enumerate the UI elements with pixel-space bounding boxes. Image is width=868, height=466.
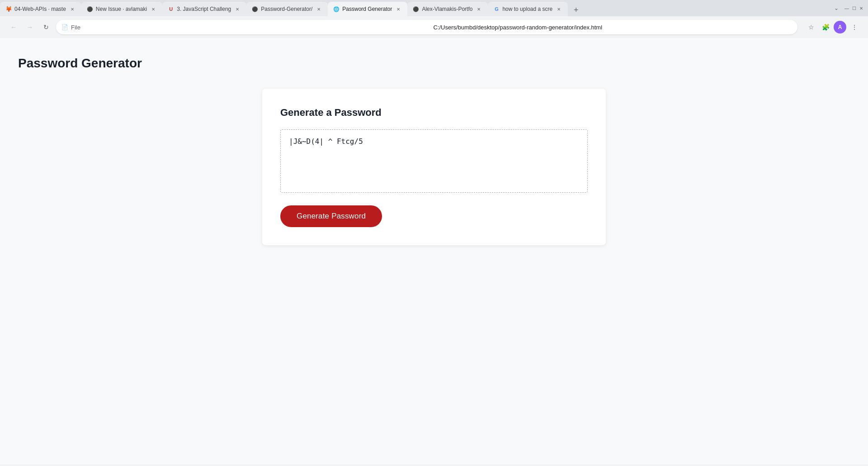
google-favicon-icon: G bbox=[493, 6, 500, 12]
tab-password-generator-active[interactable]: 🌐 Password Generator ✕ bbox=[328, 2, 407, 16]
page-content: Password Generator Generate a Password |… bbox=[0, 38, 868, 464]
tab-list-button[interactable]: ⌄ bbox=[830, 2, 843, 14]
bookmark-button[interactable]: ☆ bbox=[805, 21, 817, 33]
firefox-favicon-icon: 🦊 bbox=[5, 6, 12, 12]
generate-password-button[interactable]: Generate Password bbox=[280, 205, 382, 227]
github-favicon-icon2: ⚫ bbox=[252, 6, 258, 12]
tab-close-button[interactable]: ✕ bbox=[150, 5, 157, 13]
profile-button[interactable]: A bbox=[834, 21, 846, 33]
tab-label: Password-Generator/ bbox=[261, 6, 312, 12]
tab-controls: ⌄ — ☐ ✕ bbox=[830, 0, 868, 16]
tab-04-web-apis[interactable]: 🦊 04-Web-APIs · maste ✕ bbox=[0, 2, 81, 16]
file-icon: 📄 bbox=[61, 24, 68, 30]
tab-close-button[interactable]: ✕ bbox=[234, 5, 241, 13]
address-bar[interactable]: 📄 File C:/Users/bumbd/desktop/password-r… bbox=[56, 20, 797, 34]
new-tab-button[interactable]: + bbox=[570, 4, 582, 16]
tab-close-button[interactable]: ✕ bbox=[69, 5, 76, 13]
password-display: |J&~D(4| ^ Ftcg/5 bbox=[280, 129, 588, 193]
browser-chrome: 🦊 04-Web-APIs · maste ✕ ⚫ New Issue · av… bbox=[0, 0, 868, 38]
address-bar-row: ← → ↻ 📄 File C:/Users/bumbd/desktop/pass… bbox=[0, 16, 868, 38]
tabs-list: 🦊 04-Web-APIs · maste ✕ ⚫ New Issue · av… bbox=[0, 0, 830, 16]
github-favicon-icon3: ⚫ bbox=[413, 6, 419, 12]
tab-label: 04-Web-APIs · maste bbox=[14, 6, 66, 12]
github-favicon-icon: ⚫ bbox=[87, 6, 93, 12]
tab-close-button[interactable]: ✕ bbox=[395, 5, 402, 13]
tab-label: 3. JavaScript Challeng bbox=[177, 6, 231, 12]
address-url: C:/Users/bumbd/desktop/password-random-g… bbox=[434, 24, 793, 31]
card-heading: Generate a Password bbox=[280, 107, 588, 119]
tab-bar: 🦊 04-Web-APIs · maste ✕ ⚫ New Issue · av… bbox=[0, 0, 868, 16]
reload-button[interactable]: ↻ bbox=[40, 21, 52, 33]
close-button[interactable]: ✕ bbox=[858, 5, 864, 11]
maximize-button[interactable]: ☐ bbox=[851, 5, 857, 11]
password-card: Generate a Password |J&~D(4| ^ Ftcg/5 Ge… bbox=[262, 89, 606, 245]
web-favicon-icon: 🌐 bbox=[333, 6, 340, 12]
page-title: Password Generator bbox=[18, 56, 850, 71]
address-protocol: File bbox=[71, 24, 430, 31]
tab-how-to-upload[interactable]: G how to upload a scre ✕ bbox=[488, 2, 568, 16]
tab-close-button[interactable]: ✕ bbox=[475, 5, 482, 13]
address-bar-actions: ☆ 🧩 A ⋮ bbox=[805, 21, 861, 33]
forward-button[interactable]: → bbox=[24, 21, 36, 33]
back-button[interactable]: ← bbox=[7, 21, 20, 33]
tab-close-button[interactable]: ✕ bbox=[555, 5, 562, 13]
tab-js-challenge[interactable]: U 3. JavaScript Challeng ✕ bbox=[162, 2, 246, 16]
tab-label: how to upload a scre bbox=[502, 6, 552, 12]
tab-label: Password Generator bbox=[342, 6, 392, 12]
menu-button[interactable]: ⋮ bbox=[848, 21, 861, 33]
minimize-button[interactable]: — bbox=[844, 5, 850, 11]
extensions-button[interactable]: 🧩 bbox=[819, 21, 832, 33]
tab-password-generator-gh[interactable]: ⚫ Password-Generator/ ✕ bbox=[246, 2, 328, 16]
tab-portfolio[interactable]: ⚫ Alex-Vlamakis-Portfo ✕ bbox=[407, 2, 488, 16]
tab-close-button[interactable]: ✕ bbox=[315, 5, 322, 13]
tab-label: Alex-Vlamakis-Portfo bbox=[422, 6, 472, 12]
u-favicon-icon: U bbox=[168, 6, 174, 12]
tab-new-issue[interactable]: ⚫ New Issue · avlamaki ✕ bbox=[81, 2, 162, 16]
tab-label: New Issue · avlamaki bbox=[96, 6, 147, 12]
